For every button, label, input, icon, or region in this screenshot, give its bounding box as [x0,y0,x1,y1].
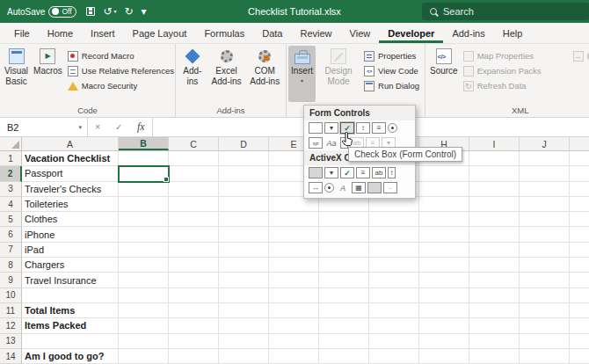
cell-A14[interactable]: Am I good to go? [22,349,119,364]
cell-D1[interactable] [219,151,269,166]
cell-I9[interactable] [469,273,520,288]
excel-addins-button[interactable]: Excel Add-ins [207,46,246,102]
insert-function-icon[interactable]: fx [137,120,145,134]
activex-check-box-icon[interactable]: ✓ [340,167,354,178]
cancel-icon[interactable]: × [95,122,100,132]
cell-I7[interactable] [469,243,520,258]
cell-J14[interactable] [520,349,570,364]
customize-qat-icon[interactable]: ▾ [142,6,147,17]
cell-I13[interactable] [469,334,520,349]
cell-J11[interactable] [520,303,570,318]
cell-H7[interactable] [419,243,469,258]
row-header-5[interactable]: 5 [0,212,22,227]
cell-B8[interactable] [119,258,169,273]
cell-D2[interactable] [219,166,269,181]
enter-icon[interactable]: ✓ [115,122,122,132]
cell-G10[interactable] [369,288,419,303]
cell-E13[interactable] [269,334,319,349]
cell-D11[interactable] [219,303,269,318]
cell-A9[interactable]: Travel Insurance [22,273,119,288]
row-header-2[interactable]: 2 [0,166,22,181]
cell-C6[interactable] [169,227,219,242]
select-all-corner[interactable] [0,137,22,150]
cell-F6[interactable] [319,227,369,242]
cell-I4[interactable] [469,197,520,212]
cell-J13[interactable] [520,334,570,349]
cell-A10[interactable] [22,288,119,303]
tab-help[interactable]: Help [494,25,532,43]
cell-B1[interactable] [119,151,169,166]
cell-H12[interactable] [419,318,469,333]
tab-data[interactable]: Data [253,25,291,43]
cell-K8[interactable] [570,258,589,273]
cell-E5[interactable] [269,212,319,227]
cell-B4[interactable] [119,197,169,212]
addins-button[interactable]: Add-ins [178,46,207,102]
cell-K2[interactable] [570,166,589,181]
run-dialog-button[interactable]: Run Dialog [361,78,422,93]
cell-I12[interactable] [469,318,520,333]
cell-J10[interactable] [520,288,570,303]
cell-G7[interactable] [369,243,419,258]
cell-F12[interactable] [319,318,369,333]
row-header-1[interactable]: 1 [0,151,22,166]
row-header-4[interactable]: 4 [0,197,22,212]
tab-home[interactable]: Home [39,25,82,43]
cell-D7[interactable] [219,243,269,258]
cell-D9[interactable] [219,273,269,288]
cell-C1[interactable] [169,151,219,166]
record-macro-button[interactable]: Record Macro [65,48,177,63]
cell-J8[interactable] [520,258,570,273]
cell-H14[interactable] [419,349,469,364]
cell-J9[interactable] [520,273,570,288]
cell-H13[interactable] [419,334,469,349]
activex-combo-box-icon[interactable]: ▾ [324,167,338,178]
cell-H10[interactable] [419,288,469,303]
cell-I11[interactable] [469,303,520,318]
cell-A11[interactable]: Total Items [22,303,119,318]
cell-C8[interactable] [169,258,219,273]
cell-F7[interactable] [319,243,369,258]
cell-A3[interactable]: Traveler's Checks [22,182,119,197]
cell-E11[interactable] [269,303,319,318]
save-icon[interactable] [86,7,95,16]
use-relative-references-button[interactable]: Use Relative References [65,63,177,78]
visual-basic-button[interactable]: Visual Basic [2,46,31,102]
activex-option-button-icon[interactable] [324,183,334,193]
cell-B6[interactable] [119,227,169,242]
cell-H8[interactable] [419,258,469,273]
cell-J7[interactable] [520,243,570,258]
cell-K7[interactable] [570,243,589,258]
cell-D10[interactable] [219,288,269,303]
cell-H2[interactable] [419,166,469,181]
row-header-12[interactable]: 12 [0,318,22,333]
cell-I10[interactable] [469,288,520,303]
form-list-box-icon[interactable]: ≡ [372,122,386,134]
cell-E8[interactable] [269,258,319,273]
cell-J12[interactable] [520,318,570,333]
tab-developer[interactable]: Developer [379,25,443,43]
cell-K6[interactable] [570,227,589,242]
cell-D13[interactable] [219,334,269,349]
cell-G12[interactable] [369,318,419,333]
cell-C12[interactable] [169,318,219,333]
column-header-j[interactable]: J [520,137,570,150]
undo-button[interactable]: ↺▾ [103,6,116,17]
cell-B13[interactable] [119,334,169,349]
cell-G9[interactable] [369,273,419,288]
cell-G13[interactable] [369,334,419,349]
row-header-8[interactable]: 8 [0,258,22,273]
form-spin-button-icon[interactable]: ↕ [356,122,370,134]
cell-I8[interactable] [469,258,520,273]
cell-E12[interactable] [269,318,319,333]
activex-toggle-button-icon[interactable] [367,182,382,193]
cell-H3[interactable] [419,182,469,197]
cell-B3[interactable] [119,182,169,197]
tab-formulas[interactable]: Formulas [195,25,253,43]
form-group-box-icon[interactable]: xyz [309,137,323,149]
view-code-button[interactable]: View Code [361,63,422,78]
cell-A6[interactable]: iPhone [22,227,119,242]
row-header-13[interactable]: 13 [0,334,22,349]
cell-C4[interactable] [169,197,219,212]
cell-G14[interactable] [369,349,419,364]
